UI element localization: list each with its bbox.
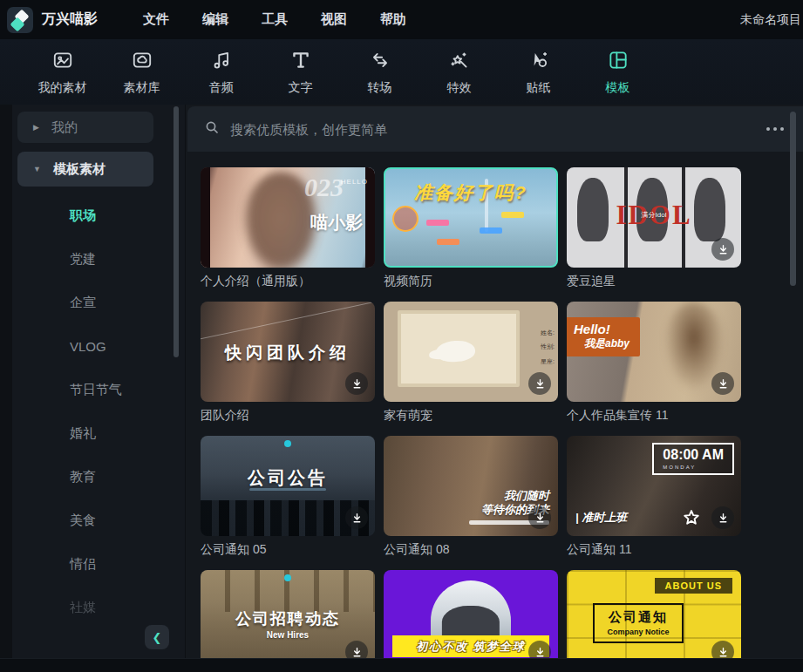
category-education[interactable]: 教育 bbox=[0, 455, 185, 499]
category-social-media[interactable]: 社媒 bbox=[0, 586, 185, 629]
category-workplace[interactable]: 职场 bbox=[0, 193, 185, 237]
sidebar-group-mine[interactable]: ▶ 我的 bbox=[17, 112, 153, 143]
category-corporate[interactable]: 企宣 bbox=[0, 281, 185, 324]
overlay-title: 公司招聘动态 bbox=[201, 608, 375, 629]
notice-box: 公司通知 Company Notice bbox=[593, 603, 684, 643]
category-party[interactable]: 党建 bbox=[0, 237, 185, 281]
sidebar-group-template-media[interactable]: ▼ 模板素材 bbox=[17, 152, 153, 187]
download-icon[interactable] bbox=[711, 372, 734, 395]
template-title: 个人作品集宣传 11 bbox=[567, 408, 741, 424]
category-food[interactable]: 美食 bbox=[0, 499, 185, 542]
caret-right-icon: ▶ bbox=[33, 123, 39, 132]
template-icon bbox=[607, 49, 629, 75]
template-search-input[interactable] bbox=[230, 122, 765, 137]
tab-label: 模板 bbox=[606, 80, 630, 96]
download-icon[interactable] bbox=[711, 506, 734, 529]
tab-my-media[interactable]: 我的素材 bbox=[23, 39, 102, 105]
menu-tools[interactable]: 工具 bbox=[262, 11, 288, 28]
download-icon[interactable] bbox=[345, 372, 368, 395]
tab-label: 音频 bbox=[209, 80, 234, 96]
my-media-icon bbox=[51, 49, 74, 75]
download-icon[interactable] bbox=[345, 641, 368, 658]
tab-stickers[interactable]: 贴纸 bbox=[499, 39, 578, 105]
download-icon[interactable] bbox=[528, 641, 551, 658]
template-thumbnail[interactable]: 快闪团队介绍 bbox=[201, 302, 375, 402]
thumbnail-art bbox=[426, 220, 449, 226]
transition-icon bbox=[369, 49, 391, 75]
menu-view[interactable]: 视图 bbox=[321, 11, 347, 28]
template-thumbnail[interactable]: IDOL 满分Idol bbox=[567, 167, 741, 268]
template-thumbnail[interactable]: Hello! 我是abby bbox=[567, 302, 741, 402]
menu-edit[interactable]: 编辑 bbox=[202, 11, 228, 28]
download-icon[interactable] bbox=[345, 506, 368, 529]
tab-text[interactable]: 文字 bbox=[261, 39, 340, 105]
template-card: Hello! 我是abby 个人作品集宣传 11 bbox=[567, 302, 741, 424]
tab-audio[interactable]: 音频 bbox=[181, 39, 261, 105]
content-scrollbar[interactable] bbox=[790, 112, 796, 286]
category-couple[interactable]: 情侣 bbox=[0, 542, 185, 586]
tab-templates[interactable]: 模板 bbox=[578, 39, 657, 105]
tab-effects[interactable]: 特效 bbox=[419, 39, 499, 105]
template-thumbnail[interactable]: 公司招聘动态 New Hires bbox=[201, 570, 375, 658]
template-title: 个人介绍（通用版） bbox=[201, 274, 375, 289]
info-line: 性别: bbox=[541, 340, 555, 355]
template-thumbnail[interactable]: 我们随时 等待你的到来 bbox=[384, 436, 558, 536]
titlebar: 万兴喵影 文件 编辑 工具 视图 帮助 未命名项目 bbox=[0, 0, 803, 39]
template-card: 快闪团队介绍 团队介绍 bbox=[201, 302, 375, 424]
tab-media-library[interactable]: 素材库 bbox=[102, 39, 181, 105]
template-card: ABOUT US 公司通知 Company Notice bbox=[567, 570, 741, 658]
template-grid: 023 HELLO 喵小影 个人介绍（通用版） 准备 bbox=[201, 167, 741, 658]
template-card: IDOL 满分Idol 爱豆追星 bbox=[567, 167, 741, 289]
template-thumbnail[interactable]: 023 HELLO 喵小影 bbox=[201, 167, 375, 268]
template-card: 准备好了吗? 视频简历 bbox=[384, 167, 558, 289]
overlay-caption: | 准时上班 bbox=[575, 510, 627, 526]
app-title: 万兴喵影 bbox=[42, 10, 98, 29]
template-thumbnail[interactable]: 姓名: 性别: 星座: bbox=[384, 302, 558, 402]
overlay-time: 08:00 AM bbox=[663, 447, 724, 463]
tab-label: 文字 bbox=[289, 80, 313, 96]
menu-file[interactable]: 文件 bbox=[143, 11, 169, 28]
media-tab-bar: 我的素材 素材库 音频 文字 转场 特效 贴纸 模板 bbox=[0, 39, 803, 105]
favorite-star-icon[interactable] bbox=[680, 506, 703, 529]
template-card: 08:00 AM MONDAY | 准时上班 公司通知 11 bbox=[567, 436, 741, 558]
overlay-title: 快闪团队介绍 bbox=[201, 342, 375, 364]
category-list: 职场 党建 企宣 VLOG 节日节气 婚礼 教育 美食 情侣 社媒 bbox=[0, 193, 185, 629]
search-bar bbox=[187, 106, 803, 152]
template-thumbnail[interactable]: 08:00 AM MONDAY | 准时上班 bbox=[567, 436, 741, 536]
download-icon[interactable] bbox=[711, 641, 734, 658]
sidebar-collapse-button[interactable]: ❮ bbox=[145, 625, 169, 649]
template-thumbnail[interactable]: 公司公告 bbox=[201, 436, 375, 536]
template-title: 家有萌宠 bbox=[384, 408, 558, 424]
template-card: 023 HELLO 喵小影 个人介绍（通用版） bbox=[201, 167, 375, 289]
template-thumbnail[interactable]: 初心不改 筑梦全球 bbox=[384, 570, 558, 658]
template-thumbnail[interactable]: ABOUT US 公司通知 Company Notice bbox=[567, 570, 741, 658]
category-festival[interactable]: 节日节气 bbox=[0, 368, 185, 411]
category-vlog[interactable]: VLOG bbox=[0, 324, 185, 368]
menu-help[interactable]: 帮助 bbox=[380, 11, 406, 28]
category-wedding[interactable]: 婚礼 bbox=[0, 411, 185, 455]
ellipsis-icon[interactable] bbox=[765, 122, 786, 136]
tab-label: 贴纸 bbox=[527, 80, 551, 96]
overlay-day: MONDAY bbox=[663, 465, 724, 470]
download-icon[interactable] bbox=[528, 372, 551, 395]
overlay-tag: ABOUT US bbox=[655, 578, 732, 594]
time-box: 08:00 AM MONDAY bbox=[652, 443, 734, 475]
group-label: 我的 bbox=[51, 119, 78, 136]
overlay-title: 公司通知 bbox=[598, 609, 678, 626]
thumbnail-art bbox=[437, 239, 459, 245]
slogan-banner: 初心不改 筑梦全球 bbox=[392, 635, 549, 657]
overlay-title: 喵小影 bbox=[310, 211, 363, 234]
download-icon[interactable] bbox=[711, 238, 734, 261]
sidebar-scrollbar[interactable] bbox=[174, 106, 179, 357]
template-title: 公司通知 11 bbox=[567, 542, 741, 558]
search-icon bbox=[205, 120, 220, 139]
pet-info-text: 姓名: 性别: 星座: bbox=[541, 326, 555, 370]
template-card: 公司公告 公司通知 05 bbox=[201, 436, 375, 558]
tab-transitions[interactable]: 转场 bbox=[340, 39, 419, 105]
overlay-subtitle: 我是abby bbox=[584, 336, 629, 351]
template-card: 公司招聘动态 New Hires bbox=[201, 570, 375, 658]
overlay-number: 023 bbox=[304, 173, 344, 202]
app-window: 万兴喵影 文件 编辑 工具 视图 帮助 未命名项目 我的素材 素材库 音频 文字 bbox=[0, 0, 803, 672]
template-thumbnail-selected[interactable]: 准备好了吗? bbox=[384, 167, 558, 268]
download-icon[interactable] bbox=[528, 506, 551, 529]
